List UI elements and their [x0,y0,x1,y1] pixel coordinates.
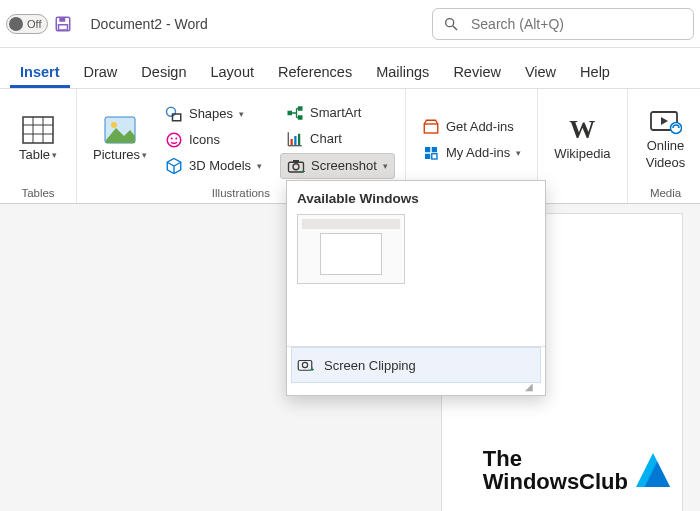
camera-icon: + [287,157,305,175]
svg-marker-35 [661,117,668,125]
screenshot-label: Screenshot [311,158,377,173]
tab-design[interactable]: Design [131,56,196,88]
shapes-label: Shapes [189,106,233,121]
table-icon [22,116,54,144]
document-title: Document2 - Word [90,16,207,32]
pictures-icon [104,116,136,144]
get-addins-button[interactable]: Get Add-ins [416,115,527,139]
icons-button[interactable]: Icons [159,128,268,152]
pictures-label: Pictures [93,148,140,162]
watermark-line1: The [483,447,628,470]
svg-text:+: + [301,167,305,174]
store-icon [422,118,440,136]
cube-icon [165,157,183,175]
title-bar: Off Document2 - Word [0,0,700,48]
watermark-logo-icon [636,453,670,487]
wikipedia-icon: W [569,117,595,143]
table-button[interactable]: Table▾ [10,112,66,166]
wikipedia-button[interactable]: W Wikipedia [548,113,616,165]
svg-point-14 [167,133,181,147]
smartart-button[interactable]: SmartArt [280,101,395,125]
svg-rect-2 [59,24,68,29]
svg-point-12 [166,107,175,116]
search-box[interactable] [432,8,694,40]
addins-icon [422,144,440,162]
group-label-illustrations: Illustrations [212,184,270,201]
tab-view[interactable]: View [515,56,566,88]
group-wikipedia: W Wikipedia [538,89,627,203]
tab-mailings[interactable]: Mailings [366,56,439,88]
group-label-media: Media [650,184,681,201]
screen-clipping-label: Screen Clipping [324,358,416,373]
chevron-down-icon: ▾ [516,148,521,158]
screen-clipping-item[interactable]: + Screen Clipping [291,347,541,383]
search-input[interactable] [469,15,683,33]
smartart-icon [286,104,304,122]
group-label-tables: Tables [21,184,54,201]
wikipedia-label: Wikipedia [554,147,610,161]
chevron-down-icon: ▾ [257,161,262,171]
svg-rect-24 [298,133,300,144]
svg-rect-29 [424,124,438,133]
3d-models-label: 3D Models [189,158,251,173]
online-videos-label2: Videos [646,156,686,170]
autosave-toggle[interactable]: Off [6,14,48,34]
save-icon[interactable] [54,15,72,33]
icons-label: Icons [189,132,220,147]
group-tables: Table▾ Tables [0,89,77,203]
smartart-label: SmartArt [310,105,361,120]
svg-rect-32 [425,153,430,158]
shapes-icon [165,105,183,123]
svg-rect-31 [432,147,437,152]
chart-label: Chart [310,131,342,146]
chevron-down-icon: ▾ [239,109,244,119]
svg-rect-27 [293,160,299,163]
search-icon [443,16,459,32]
chevron-down-icon: ▾ [142,151,147,161]
svg-point-38 [302,362,307,367]
online-videos-button[interactable]: OnlineVideos [638,105,694,174]
chart-icon [286,130,304,148]
svg-rect-30 [425,147,430,152]
svg-text:+: + [310,366,314,373]
chevron-down-icon: ▾ [52,151,57,161]
watermark-line2: WindowsClub [483,470,628,493]
group-label-wikipedia [581,184,584,201]
svg-rect-22 [291,139,293,145]
tab-layout[interactable]: Layout [200,56,264,88]
online-videos-label1: Online [647,139,685,153]
resize-grip-icon[interactable]: ◢ [297,383,535,391]
tab-help[interactable]: Help [570,56,620,88]
tab-insert[interactable]: Insert [10,56,70,88]
ribbon-tabs: Insert Draw Design Layout References Mai… [0,48,700,88]
my-addins-button[interactable]: My Add-ins▾ [416,141,527,165]
chevron-down-icon: ▾ [383,161,388,171]
icons-icon [165,131,183,149]
screen-clipping-icon: + [296,356,314,374]
svg-rect-33 [432,153,437,158]
toggle-knob-icon [9,17,23,31]
svg-point-36 [670,123,681,134]
3d-models-button[interactable]: 3D Models▾ [159,154,268,178]
tab-references[interactable]: References [268,56,362,88]
get-addins-label: Get Add-ins [446,119,514,134]
dropdown-heading: Available Windows [297,191,535,206]
screenshot-dropdown: Available Windows + Screen Clipping ◢ [286,180,546,396]
shapes-button[interactable]: Shapes▾ [159,102,268,126]
svg-point-11 [111,122,117,128]
group-media: OnlineVideos Media [628,89,700,203]
svg-rect-23 [294,136,296,145]
svg-rect-5 [23,117,53,143]
tab-review[interactable]: Review [443,56,511,88]
svg-point-15 [171,137,173,139]
svg-point-16 [175,137,177,139]
svg-point-26 [293,163,299,169]
chart-button[interactable]: Chart [280,127,395,151]
pictures-button[interactable]: Pictures▾ [87,112,153,166]
video-icon [650,109,682,135]
available-window-thumbnail[interactable] [297,214,405,284]
svg-line-4 [453,26,457,30]
screenshot-button[interactable]: + Screenshot▾ [280,153,395,179]
svg-rect-19 [298,115,303,120]
tab-draw[interactable]: Draw [74,56,128,88]
